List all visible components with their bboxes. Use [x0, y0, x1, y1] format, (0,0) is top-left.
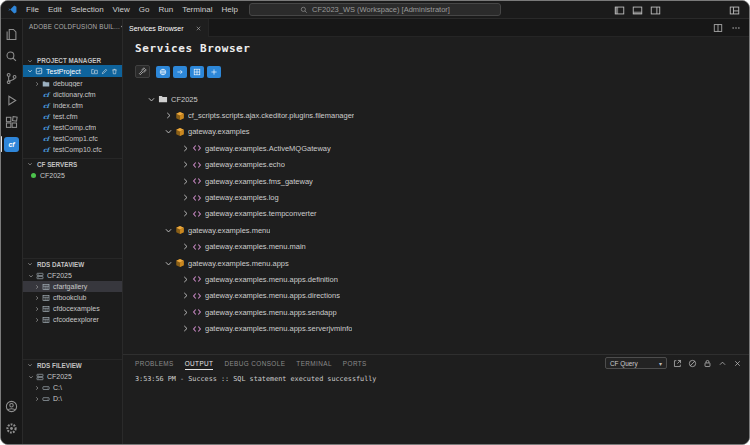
extensions-icon: [5, 116, 18, 129]
project-file-testcomp-cfm[interactable]: cf testComp.cfm: [23, 122, 122, 133]
service-node-gateway-examples[interactable]: gateway.examples: [123, 124, 749, 140]
split-editor-icon[interactable]: [713, 23, 723, 33]
chevron-down-icon[interactable]: [164, 259, 173, 268]
service-node-gateway-examples-menu[interactable]: gateway.examples.menu: [123, 222, 749, 238]
cf-server-cf2025[interactable]: CF2025: [23, 170, 122, 181]
filter-settings-button[interactable]: [135, 65, 150, 78]
chevron-down-icon: [27, 68, 33, 74]
section-rds-dataview[interactable]: RDS DATAVIEW: [23, 258, 122, 269]
panel-tab-problems[interactable]: PROBLEMS: [135, 360, 174, 370]
project-file-debugger[interactable]: debugger: [23, 78, 122, 89]
chevron-right-icon[interactable]: [181, 308, 190, 317]
drive-icon: [42, 395, 50, 403]
drive-d-[interactable]: D:\: [23, 393, 122, 404]
service-node-gateway-examples-echo[interactable]: gateway.examples.echo: [123, 157, 749, 173]
edit-icon[interactable]: [101, 68, 108, 75]
datasource-cfbookclub[interactable]: cfbookclub: [23, 292, 122, 303]
panel-tab-output[interactable]: OUTPUT: [185, 360, 214, 370]
project-file-index-cfm[interactable]: cf index.cfm: [23, 100, 122, 111]
chevron-right-icon[interactable]: [181, 242, 190, 251]
panel-tab-debug-console[interactable]: DEBUG CONSOLE: [224, 360, 285, 370]
lock-icon[interactable]: [703, 359, 712, 368]
chevron-right-icon[interactable]: [181, 193, 190, 202]
clear-output-icon[interactable]: [688, 359, 697, 368]
command-center-search[interactable]: CF2023_WS (Workspace) [Administrator]: [249, 3, 501, 16]
chevron-right-icon[interactable]: [181, 160, 190, 169]
new-folder-icon[interactable]: [91, 68, 98, 75]
section-cf-servers[interactable]: CF SERVERS: [23, 158, 122, 169]
panel-tab-terminal[interactable]: TERMINAL: [296, 360, 332, 370]
project-file-testcomp10-cfc[interactable]: cf testComp10.cfc: [23, 144, 122, 155]
maximize-panel-icon[interactable]: [718, 359, 727, 368]
close-tab-icon[interactable]: [195, 25, 202, 32]
close-panel-icon[interactable]: [733, 359, 742, 368]
project-testproject[interactable]: TestProject: [23, 65, 122, 77]
menu-help[interactable]: Help: [217, 3, 241, 16]
service-node-gateway-examples-fms-gateway[interactable]: gateway.examples.fms_gateway: [123, 173, 749, 189]
globe-button[interactable]: [156, 66, 170, 78]
section-rds-fileview[interactable]: RDS FILEVIEW: [23, 359, 122, 370]
more-actions-icon[interactable]: [731, 23, 741, 33]
service-node-cf2025[interactable]: CF2025: [123, 91, 749, 107]
activity-extensions[interactable]: [1, 111, 23, 133]
service-node-gateway-examples-menu-main[interactable]: gateway.examples.menu.main: [123, 239, 749, 255]
chevron-right-icon[interactable]: [181, 324, 190, 333]
datasource-cfcodeexplorer[interactable]: cfcodeexplorer: [23, 314, 122, 325]
service-node-gateway-examples-log[interactable]: gateway.examples.log: [123, 189, 749, 205]
add-button[interactable]: [207, 66, 221, 78]
output-channel-select[interactable]: CF Query ▾: [605, 357, 667, 369]
drive-c-[interactable]: C:\: [23, 382, 122, 393]
chevron-right-icon[interactable]: [181, 144, 190, 153]
layout-sidebar-icon[interactable]: [614, 5, 625, 16]
rds-dataview-server-row[interactable]: CF2025: [23, 270, 122, 281]
open-editor-icon[interactable]: [673, 359, 682, 368]
grid-button[interactable]: [190, 66, 204, 78]
project-file-testcomp1-cfc[interactable]: cf testComp1.cfc: [23, 133, 122, 144]
service-node-gateway-examples-menu-apps-serverjvminfo[interactable]: gateway.examples.menu.apps.serverjvminfo: [123, 320, 749, 336]
layout-secondary-icon[interactable]: [650, 5, 661, 16]
activity-accounts[interactable]: [1, 395, 23, 417]
chevron-right-icon[interactable]: [181, 209, 190, 218]
activity-explorer[interactable]: [1, 23, 23, 45]
project-file-dictionary-cfm[interactable]: cf dictionary.cfm: [23, 89, 122, 100]
chevron-down-icon[interactable]: [164, 226, 173, 235]
activity-search[interactable]: [1, 45, 23, 67]
rds-fileview-server-row[interactable]: CF2025: [23, 371, 122, 382]
chevron-down-icon: [28, 374, 34, 380]
menu-terminal[interactable]: Terminal: [178, 3, 216, 16]
menu-run[interactable]: Run: [154, 3, 177, 16]
layout-panel-icon[interactable]: [632, 5, 643, 16]
delete-icon[interactable]: [111, 68, 118, 75]
menu-edit[interactable]: Edit: [44, 3, 66, 16]
chevron-right-icon[interactable]: [181, 177, 190, 186]
activity-source-control[interactable]: [1, 67, 23, 89]
service-node-gateway-examples-tempconverter[interactable]: gateway.examples.tempconverter: [123, 206, 749, 222]
service-node-gateway-examples-activemqgateway[interactable]: gateway.examples.ActiveMQGateway: [123, 140, 749, 156]
datasource-cfdocexamples[interactable]: cfdocexamples: [23, 303, 122, 314]
menu-go[interactable]: Go: [135, 3, 154, 16]
menu-selection[interactable]: Selection: [67, 3, 108, 16]
service-node-gateway-examples-menu-apps-directions[interactable]: gateway.examples.menu.apps.directions: [123, 288, 749, 304]
table-icon: [42, 316, 50, 324]
activity-coldfusion-builder[interactable]: cf: [1, 133, 23, 155]
activity-run-debug[interactable]: [1, 89, 23, 111]
chevron-down-icon[interactable]: [164, 127, 173, 136]
chevron-right-icon[interactable]: [164, 111, 173, 120]
chevron-right-icon[interactable]: [181, 275, 190, 284]
service-node-gateway-examples-menu-apps-definition[interactable]: gateway.examples.menu.apps.definition: [123, 271, 749, 287]
menu-view[interactable]: View: [109, 3, 134, 16]
activity-bar: cf: [1, 19, 23, 444]
customize-layout-icon[interactable]: [729, 5, 740, 16]
datasource-cfartgallery[interactable]: cfartgallery: [23, 281, 122, 292]
service-node-gateway-examples-menu-apps[interactable]: gateway.examples.menu.apps: [123, 255, 749, 271]
panel-tab-ports[interactable]: PORTS: [343, 360, 367, 370]
chevron-down-icon[interactable]: [147, 95, 156, 104]
activity-settings[interactable]: [1, 417, 23, 439]
menu-file[interactable]: File: [22, 3, 43, 16]
project-file-test-cfm[interactable]: cf test.cfm: [23, 111, 122, 122]
chevron-right-icon[interactable]: [181, 291, 190, 300]
tab-services-browser[interactable]: Services Browser: [123, 19, 209, 37]
arrow-button[interactable]: [173, 66, 187, 78]
service-node-cf-scripts-scripts-ajax-ckeditor-plugins-filemanager[interactable]: cf_scripts.scripts.ajax.ckeditor.plugins…: [123, 107, 749, 123]
service-node-gateway-examples-menu-apps-sendapp[interactable]: gateway.examples.menu.apps.sendapp: [123, 304, 749, 320]
